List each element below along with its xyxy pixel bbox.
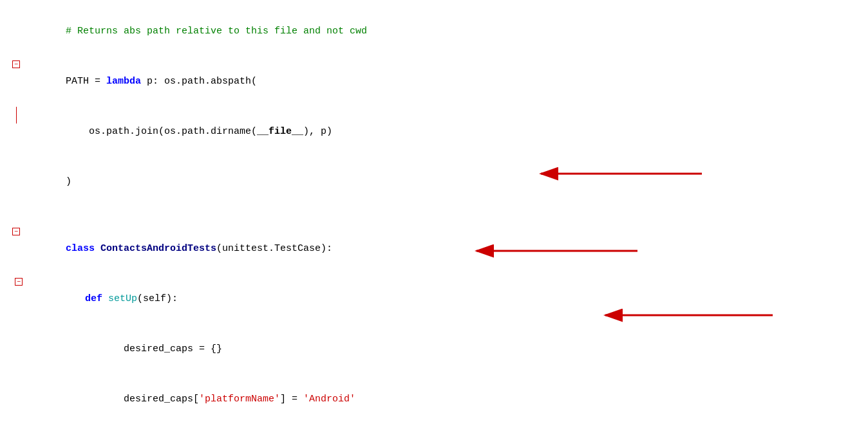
code-span: desired_caps[ xyxy=(124,394,199,405)
code-line-1: # Returns abs path relative to this file… xyxy=(0,6,868,57)
line-content-7: def setUp(self): xyxy=(26,274,816,324)
code-line-10: desired_caps['platformVersion'] = '4.4.2… xyxy=(0,425,868,440)
gutter-2: − xyxy=(6,57,26,68)
keyword-def: def xyxy=(85,293,102,304)
code-line-7: − def setUp(self): xyxy=(0,274,868,324)
code-span: ] = xyxy=(280,394,303,405)
string-platformname: 'platformName' xyxy=(199,394,280,405)
code-line-3: os.path.join(os.path.dirname(__file__), … xyxy=(0,107,868,157)
gutter-3 xyxy=(6,107,26,124)
code-span xyxy=(95,243,100,254)
code-span: (self): xyxy=(137,293,178,304)
collapse-box-path[interactable]: − xyxy=(12,60,20,68)
keyword-lambda: lambda xyxy=(106,76,141,87)
code-line-4: ) xyxy=(0,157,868,207)
code-span: (unittest.TestCase): xyxy=(216,243,332,254)
line-content-6: class ContactsAndroidTests(unittest.Test… xyxy=(26,224,816,274)
collapse-box-class[interactable]: − xyxy=(12,228,20,235)
funcname-setup: setUp xyxy=(108,293,137,304)
code-span: desired_caps = {} xyxy=(124,344,222,354)
comment-text-1: # Returns abs path relative to this file… xyxy=(66,26,367,37)
line-content-8: desired_caps = {} xyxy=(26,324,816,374)
code-line-8: desired_caps = {} xyxy=(0,324,868,374)
code-line-9: desired_caps['platformName'] = 'Android' xyxy=(0,374,868,425)
gutter-6: − xyxy=(6,224,26,235)
gutter-7: − xyxy=(6,274,26,286)
code-span: os.path.join(os.path.dirname(__file__), … xyxy=(66,126,332,137)
code-line-5 xyxy=(0,207,868,224)
line-content-10: desired_caps['platformVersion'] = '4.4.2… xyxy=(26,425,816,440)
line-content-1: # Returns abs path relative to this file… xyxy=(26,6,816,57)
class-name-contacts: ContactsAndroidTests xyxy=(100,243,216,254)
code-span: ) xyxy=(66,176,71,187)
code-span xyxy=(102,293,108,304)
code-line-2: − PATH = lambda p: os.path.abspath( xyxy=(0,57,868,107)
code-editor: # Returns abs path relative to this file… xyxy=(0,0,868,440)
keyword-class: class xyxy=(66,243,95,254)
string-android: 'Android' xyxy=(303,394,355,405)
code-line-6: − class ContactsAndroidTests(unittest.Te… xyxy=(0,224,868,274)
line-content-9: desired_caps['platformName'] = 'Android' xyxy=(26,374,816,425)
line-content-4: ) xyxy=(26,157,816,207)
line-content-3: os.path.join(os.path.dirname(__file__), … xyxy=(26,107,816,157)
collapse-box-setup[interactable]: − xyxy=(15,278,23,286)
code-span: p: os.path.abspath( xyxy=(141,76,257,87)
code-span: PATH = xyxy=(66,76,106,87)
line-content-2: PATH = lambda p: os.path.abspath( xyxy=(26,57,816,107)
line-content-5 xyxy=(26,207,816,224)
